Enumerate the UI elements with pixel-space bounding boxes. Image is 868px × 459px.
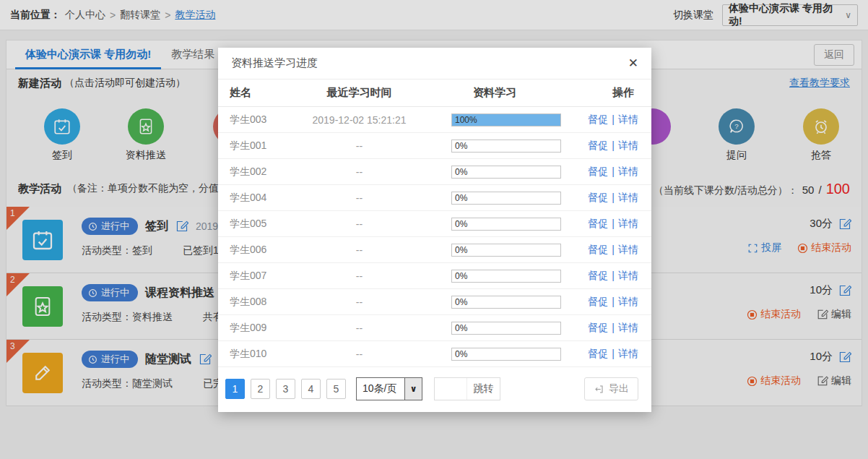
page-jump-button[interactable]: 跳转: [466, 378, 500, 400]
progress-bar: 0%: [451, 166, 561, 179]
page-button-1[interactable]: 1: [225, 379, 245, 399]
supervise-link[interactable]: 督促: [588, 113, 608, 125]
detail-link[interactable]: 详情: [618, 166, 638, 177]
page-jump: 跳转: [434, 377, 500, 400]
table-row: 学生008 -- 0% 督促|详情: [218, 289, 651, 315]
progress-value: 0%: [452, 348, 560, 360]
action-separator: |: [612, 244, 615, 255]
close-icon[interactable]: ✕: [628, 57, 638, 69]
student-name: 学生005: [230, 218, 296, 231]
table-row: 学生003 2019-12-02 15:21:21 100% 督促|详情: [218, 107, 651, 133]
modal-header: 资料推送学习进度 ✕: [218, 48, 651, 80]
progress-value: 0%: [452, 140, 560, 152]
progress-value: 0%: [452, 296, 560, 308]
action-separator: |: [612, 140, 615, 151]
supervise-link[interactable]: 督促: [588, 166, 608, 177]
column-name: 姓名: [230, 86, 296, 100]
detail-link[interactable]: 详情: [618, 322, 638, 333]
progress-bar: 0%: [451, 218, 561, 231]
progress-bar: 0%: [451, 244, 561, 257]
action-separator: |: [612, 192, 615, 203]
column-operations: 操作: [567, 86, 640, 100]
page-button-4[interactable]: 4: [301, 379, 321, 399]
table-row: 学生004 -- 0% 督促|详情: [218, 185, 651, 211]
detail-link[interactable]: 详情: [618, 113, 638, 125]
student-name: 学生008: [230, 296, 296, 309]
progress-bar: 0%: [451, 270, 561, 283]
progress-value: 0%: [452, 270, 560, 282]
table-row: 学生007 -- 0% 督促|详情: [218, 263, 651, 289]
progress-value: 0%: [452, 218, 560, 230]
last-study-time: --: [296, 192, 422, 204]
action-separator: |: [612, 348, 615, 359]
progress-bar: 0%: [451, 296, 561, 309]
last-study-time: --: [296, 322, 422, 334]
page-button-2[interactable]: 2: [251, 379, 270, 399]
last-study-time: --: [296, 296, 422, 308]
last-study-time: --: [296, 140, 422, 152]
detail-link[interactable]: 详情: [618, 244, 638, 255]
detail-link[interactable]: 详情: [618, 296, 638, 307]
page: 当前位置： 个人中心 > 翻转课堂 > 教学活动 切换课堂 体验中心演示课 专用…: [0, 0, 868, 459]
progress-value: 0%: [452, 166, 560, 178]
export-button[interactable]: 导出: [584, 377, 638, 400]
action-separator: |: [612, 296, 615, 307]
export-label: 导出: [609, 382, 629, 395]
column-last-study-time: 最近学习时间: [296, 86, 422, 100]
student-name: 学生007: [230, 270, 296, 283]
progress-bar: 0%: [451, 140, 561, 153]
student-name: 学生006: [230, 244, 296, 257]
table-row: 学生010 -- 0% 督促|详情: [218, 341, 651, 367]
action-separator: |: [612, 113, 615, 125]
table-row: 学生006 -- 0% 督促|详情: [218, 237, 651, 263]
page-jump-input[interactable]: [435, 378, 466, 400]
last-study-time: --: [296, 348, 422, 360]
progress-value: 0%: [452, 192, 560, 204]
action-separator: |: [612, 270, 615, 281]
last-study-time: 2019-12-02 15:21:21: [296, 114, 422, 126]
student-name: 学生002: [230, 166, 296, 179]
export-icon: [594, 384, 604, 395]
last-study-time: --: [296, 218, 422, 230]
student-name: 学生009: [230, 322, 296, 335]
supervise-link[interactable]: 督促: [588, 140, 608, 151]
action-separator: |: [612, 166, 615, 177]
pagination: 1 2 3 4 5 10条/页 ∨ 跳转 导出: [218, 367, 651, 411]
action-separator: |: [612, 218, 615, 229]
progress-bar: 0%: [451, 348, 561, 361]
detail-link[interactable]: 详情: [618, 140, 638, 151]
supervise-link[interactable]: 督促: [588, 218, 608, 229]
student-name: 学生003: [230, 113, 296, 126]
supervise-link[interactable]: 督促: [588, 270, 608, 281]
last-study-time: --: [296, 244, 422, 256]
table-row: 学生009 -- 0% 督促|详情: [218, 315, 651, 341]
progress-modal: 资料推送学习进度 ✕ 姓名 最近学习时间 资料学习 操作 学生003 2019-…: [218, 48, 651, 412]
page-button-5[interactable]: 5: [326, 379, 346, 399]
table-row: 学生002 -- 0% 督促|详情: [218, 159, 651, 185]
detail-link[interactable]: 详情: [618, 218, 638, 229]
modal-title: 资料推送学习进度: [231, 56, 318, 70]
supervise-link[interactable]: 督促: [588, 322, 608, 333]
student-name: 学生010: [230, 348, 296, 361]
supervise-link[interactable]: 督促: [588, 296, 608, 307]
progress-bar: 0%: [451, 322, 561, 335]
detail-link[interactable]: 详情: [618, 270, 638, 281]
progress-value: 100%: [452, 114, 560, 126]
last-study-time: --: [296, 166, 422, 178]
table-row: 学生001 -- 0% 督促|详情: [218, 133, 651, 159]
table-row: 学生005 -- 0% 督促|详情: [218, 211, 651, 237]
supervise-link[interactable]: 督促: [588, 348, 608, 359]
column-material-study: 资料学习: [422, 86, 567, 100]
detail-link[interactable]: 详情: [618, 192, 638, 203]
detail-link[interactable]: 详情: [618, 348, 638, 359]
last-study-time: --: [296, 270, 422, 282]
student-name: 学生001: [230, 140, 296, 153]
supervise-link[interactable]: 督促: [588, 192, 608, 203]
page-size-select[interactable]: 10条/页 ∨: [356, 377, 422, 400]
chevron-down-icon: ∨: [404, 378, 422, 400]
progress-bar: 100%: [451, 113, 561, 126]
table-header: 姓名 最近学习时间 资料学习 操作: [218, 80, 651, 107]
supervise-link[interactable]: 督促: [588, 244, 608, 255]
progress-value: 0%: [452, 322, 560, 334]
page-button-3[interactable]: 3: [276, 379, 295, 399]
